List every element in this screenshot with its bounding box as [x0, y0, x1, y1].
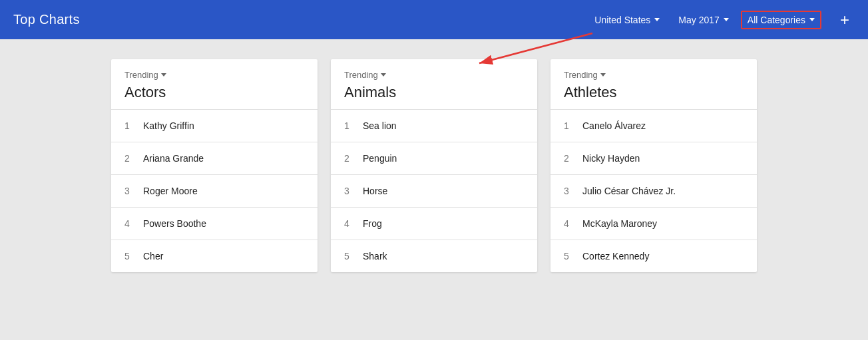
- rank-number: 1: [344, 120, 363, 131]
- rank-number: 5: [564, 251, 582, 261]
- list-item: 2Nicky Hayden: [550, 142, 757, 175]
- item-name: Sea lion: [363, 120, 397, 131]
- list-item: 3Horse: [331, 175, 537, 208]
- item-name: Penguin: [363, 153, 397, 164]
- list-item: 4Powers Boothe: [111, 208, 318, 240]
- item-name: Ariana Grande: [143, 153, 204, 164]
- list-item: 3Julio César Chávez Jr.: [550, 175, 757, 208]
- rank-number: 4: [124, 218, 143, 229]
- rank-number: 2: [124, 153, 143, 164]
- add-button[interactable]: +: [835, 8, 855, 32]
- card-list-0: 1Kathy Griffin2Ariana Grande3Roger Moore…: [111, 110, 318, 272]
- item-name: Shark: [363, 251, 387, 261]
- rank-number: 5: [124, 251, 143, 261]
- country-dropdown[interactable]: United States: [588, 11, 666, 29]
- rank-number: 1: [564, 120, 582, 131]
- card-category-0: Actors: [124, 84, 304, 101]
- card-category-1: Animals: [344, 84, 524, 101]
- card-list-2: 1Canelo Álvarez2Nicky Hayden3Julio César…: [550, 110, 757, 272]
- card-list-1: 1Sea lion2Penguin3Horse4Frog5Shark: [331, 110, 537, 272]
- date-dropdown[interactable]: May 2017: [672, 11, 735, 29]
- page-title: Top Charts: [13, 12, 80, 27]
- list-item: 2Penguin: [331, 142, 537, 175]
- list-item: 1Sea lion: [331, 110, 537, 142]
- trending-arrow-2: [600, 73, 606, 77]
- main-content: TrendingActors1Kathy Griffin2Ariana Gran…: [0, 39, 868, 292]
- trending-label-2: Trending: [564, 70, 744, 80]
- category-dropdown[interactable]: All Categories: [741, 11, 821, 29]
- trending-arrow-0: [161, 73, 166, 77]
- card-header-2: TrendingAthletes: [550, 59, 757, 110]
- header-controls: United States May 2017 All Categories: [588, 11, 821, 29]
- app-header: Top Charts United States May 2017 All Ca…: [0, 0, 868, 39]
- trending-label-0: Trending: [124, 70, 304, 80]
- rank-number: 3: [124, 186, 143, 196]
- item-name: Powers Boothe: [143, 218, 206, 229]
- list-item: 4McKayla Maroney: [550, 208, 757, 240]
- list-item: 5Cortez Kennedy: [550, 240, 757, 272]
- item-name: Roger Moore: [143, 186, 198, 196]
- card-2: TrendingAthletes1Canelo Álvarez2Nicky Ha…: [550, 59, 757, 272]
- list-item: 5Cher: [111, 240, 318, 272]
- item-name: Frog: [363, 218, 382, 229]
- item-name: McKayla Maroney: [582, 218, 657, 229]
- rank-number: 2: [564, 153, 582, 164]
- card-0: TrendingActors1Kathy Griffin2Ariana Gran…: [111, 59, 318, 272]
- item-name: Kathy Griffin: [143, 120, 194, 131]
- item-name: Horse: [363, 186, 387, 196]
- rank-number: 5: [344, 251, 363, 261]
- rank-number: 4: [344, 218, 363, 229]
- rank-number: 4: [564, 218, 582, 229]
- trending-arrow-1: [381, 73, 386, 77]
- rank-number: 3: [344, 186, 363, 196]
- date-dropdown-arrow: [724, 18, 729, 21]
- country-dropdown-arrow: [654, 18, 660, 21]
- rank-number: 3: [564, 186, 582, 196]
- card-1: TrendingAnimals1Sea lion2Penguin3Horse4F…: [331, 59, 537, 272]
- list-item: 1Kathy Griffin: [111, 110, 318, 142]
- item-name: Nicky Hayden: [582, 153, 640, 164]
- card-header-0: TrendingActors: [111, 59, 318, 110]
- rank-number: 1: [124, 120, 143, 131]
- item-name: Julio César Chávez Jr.: [582, 186, 676, 196]
- list-item: 4Frog: [331, 208, 537, 240]
- item-name: Cortez Kennedy: [582, 251, 649, 261]
- list-item: 1Canelo Álvarez: [550, 110, 757, 142]
- list-item: 3Roger Moore: [111, 175, 318, 208]
- rank-number: 2: [344, 153, 363, 164]
- category-dropdown-arrow: [809, 18, 815, 21]
- card-header-1: TrendingAnimals: [331, 59, 537, 110]
- list-item: 5Shark: [331, 240, 537, 272]
- list-item: 2Ariana Grande: [111, 142, 318, 175]
- item-name: Cher: [143, 251, 163, 261]
- trending-label-1: Trending: [344, 70, 524, 80]
- item-name: Canelo Álvarez: [582, 120, 646, 131]
- card-category-2: Athletes: [564, 84, 744, 101]
